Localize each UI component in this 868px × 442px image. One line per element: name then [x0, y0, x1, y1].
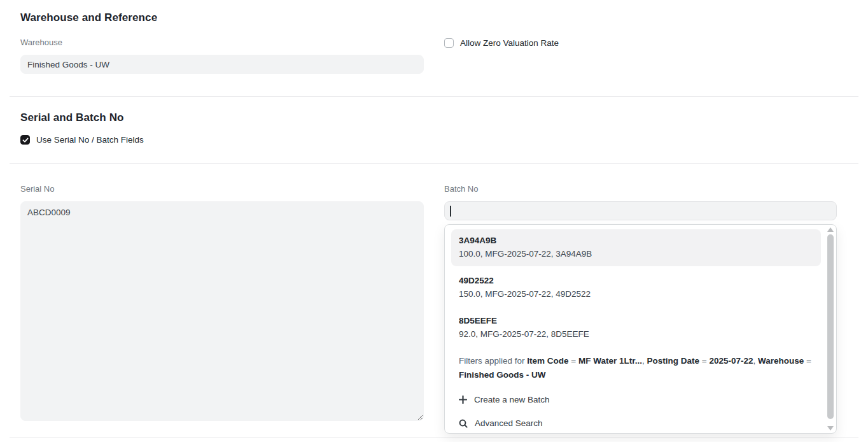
section-divider [10, 163, 858, 164]
batch-option-title: 8D5EEFE [459, 314, 813, 327]
section-title-serial-batch: Serial and Batch No [20, 111, 868, 124]
create-new-batch-action[interactable]: Create a new Batch [451, 389, 821, 410]
dropdown-scrollbar[interactable] [827, 227, 834, 431]
section-warehouse-reference: Warehouse and Reference Warehouse Finish… [0, 0, 868, 74]
allow-zero-valuation-label: Allow Zero Valuation Rate [460, 38, 559, 48]
use-serial-batch-fields-label: Use Serial No / Batch Fields [36, 135, 144, 145]
serial-no-label: Serial No [20, 184, 424, 194]
filter-equals: = [804, 356, 811, 366]
batch-option[interactable]: 3A94A9B 100.0, MFG-2025-07-22, 3A94A9B [451, 229, 821, 266]
batch-option-subtitle: 92.0, MFG-2025-07-22, 8D5EEFE [459, 327, 813, 341]
batch-no-label: Batch No [444, 184, 837, 194]
text-cursor [450, 206, 451, 217]
filter-value: MF Water 1Ltr... [578, 356, 642, 366]
scrollbar-up-arrow-icon[interactable] [827, 227, 834, 232]
warehouse-field[interactable]: Finished Goods - UW [20, 55, 424, 74]
filter-field: Posting Date [647, 356, 699, 366]
checkmark-icon [22, 137, 29, 143]
filter-separator: , [753, 356, 758, 366]
batch-option-subtitle: 100.0, MFG-2025-07-22, 3A94A9B [459, 247, 813, 261]
section-divider [10, 437, 858, 438]
batch-option-subtitle: 150.0, MFG-2025-07-22, 49D2522 [459, 287, 813, 301]
scrollbar-thumb[interactable] [827, 234, 834, 419]
checkbox-checked-icon[interactable] [20, 135, 30, 145]
filter-equals: = [699, 356, 709, 366]
filters-applied-note: Filters applied for Item Code = MF Water… [451, 350, 821, 387]
warehouse-label: Warehouse [20, 38, 424, 47]
filter-field: Warehouse [758, 356, 804, 366]
filter-field: Item Code [527, 356, 568, 366]
filter-value: 2025-07-22 [709, 356, 753, 366]
batch-option-title: 49D2522 [459, 274, 813, 287]
plus-icon [459, 396, 467, 404]
batch-option-title: 3A94A9B [459, 234, 813, 247]
allow-zero-valuation-group: Allow Zero Valuation Rate [444, 38, 837, 74]
serial-no-textarea[interactable]: ABCD0009 [20, 201, 424, 421]
advanced-search-action[interactable]: Advanced Search [451, 413, 821, 434]
stock-entry-detail-form: Warehouse and Reference Warehouse Finish… [0, 0, 868, 442]
batch-option[interactable]: 8D5EEFE 92.0, MFG-2025-07-22, 8D5EEFE [451, 310, 821, 346]
section-title-warehouse-reference: Warehouse and Reference [20, 11, 837, 24]
batch-no-control: 3A94A9B 100.0, MFG-2025-07-22, 3A94A9B 4… [444, 201, 837, 220]
batch-no-dropdown: 3A94A9B 100.0, MFG-2025-07-22, 3A94A9B 4… [444, 224, 837, 434]
warehouse-field-group: Warehouse Finished Goods - UW [20, 38, 424, 74]
allow-zero-valuation-checkbox[interactable]: Allow Zero Valuation Rate [444, 38, 837, 48]
filter-value: Finished Goods - UW [459, 370, 546, 380]
batch-no-field-group: Batch No 3A94A9B 100.0, MFG-2025-07-22, … [444, 184, 837, 424]
section-serial-batch-fields: Serial No ABCD0009 Batch No 3A94A9B 100.… [0, 184, 868, 424]
batch-no-input[interactable] [444, 201, 837, 220]
section-serial-batch: Serial and Batch No Use Serial No / Batc… [0, 97, 868, 145]
batch-option[interactable]: 49D2522 150.0, MFG-2025-07-22, 49D2522 [451, 269, 821, 306]
search-icon [459, 419, 468, 428]
checkbox-unchecked-icon[interactable] [444, 38, 454, 48]
advanced-search-label: Advanced Search [475, 418, 543, 428]
serial-no-field-group: Serial No ABCD0009 [20, 184, 424, 424]
filter-equals: = [569, 356, 578, 366]
use-serial-batch-fields-checkbox[interactable]: Use Serial No / Batch Fields [20, 135, 868, 145]
create-new-batch-label: Create a new Batch [474, 395, 550, 404]
scrollbar-down-arrow-icon[interactable] [827, 426, 834, 431]
filters-note-prefix: Filters applied for [459, 356, 527, 366]
